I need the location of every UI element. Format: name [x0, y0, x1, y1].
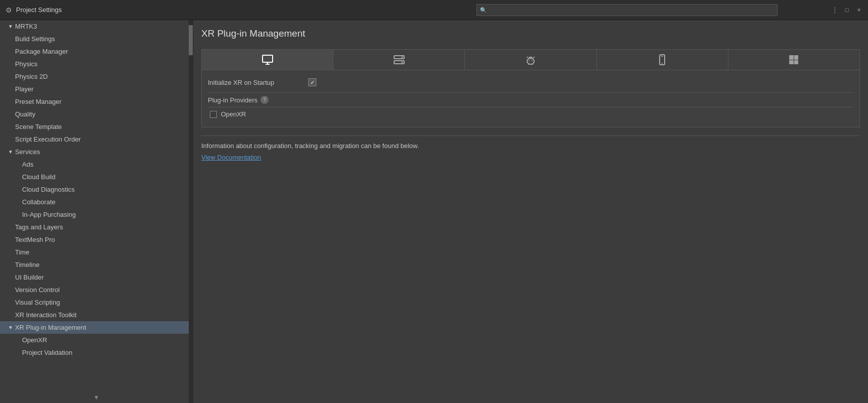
- arrow-icon: ▼: [8, 325, 13, 330]
- svg-rect-17: [794, 55, 798, 60]
- title-bar: ⚙ Project Settings 🔍 ⋮ □ ×: [0, 0, 868, 20]
- sidebar-item-label: Script Execution Order: [15, 136, 81, 143]
- settings-icon: ⚙: [4, 6, 13, 15]
- sidebar-item-xr-plugin-management[interactable]: ▼ XR Plug-in Management: [0, 321, 193, 334]
- sidebar-item-timeline[interactable]: Timeline: [0, 258, 193, 271]
- window-title: Project Settings: [16, 6, 62, 14]
- sidebar-item-label: Physics 2D: [15, 73, 48, 80]
- info-text: Information about configuration, trackin…: [201, 142, 860, 150]
- menu-button[interactable]: ⋮: [830, 5, 840, 15]
- sidebar-item-services[interactable]: ▼ Services: [0, 146, 193, 158]
- sidebar-item-xr-interaction-toolkit[interactable]: XR Interaction Toolkit: [0, 309, 193, 321]
- sidebar-item-label: Scene Template: [15, 123, 62, 130]
- sidebar-item-label: Collaborate: [22, 198, 56, 206]
- sidebar-item-project-validation[interactable]: Project Validation: [0, 346, 193, 359]
- plug-in-providers-label: Plug-in Providers: [208, 96, 258, 104]
- search-input[interactable]: [489, 7, 774, 14]
- main-layout: ▼ MRTK3 Build Settings Package Manager P…: [0, 20, 868, 403]
- sidebar-item-label: XR Interaction Toolkit: [15, 311, 77, 319]
- sidebar-item-label: Quality: [15, 110, 35, 118]
- sidebar-item-tags-and-layers[interactable]: Tags and Layers: [0, 221, 193, 233]
- sidebar-item-label: Project Validation: [22, 349, 72, 356]
- sidebar-item-label: Physics: [15, 60, 38, 68]
- windows-icon: [788, 54, 799, 65]
- sidebar-item-label: In-App Purchasing: [22, 211, 76, 218]
- sidebar-item-label: OpenXR: [22, 336, 47, 344]
- view-documentation-link[interactable]: View Documentation: [201, 154, 261, 161]
- openxr-row: OpenXR: [208, 107, 853, 121]
- arrow-icon: ▼: [8, 149, 13, 155]
- sidebar-item-mrtk3[interactable]: ▼ MRTK3: [0, 20, 193, 33]
- sidebar-item-physics-2d[interactable]: Physics 2D: [0, 70, 193, 83]
- tab-android[interactable]: [465, 50, 596, 70]
- sidebar-item-cloud-diagnostics[interactable]: Cloud Diagnostics: [0, 183, 193, 196]
- arrow-icon: ▼: [8, 24, 13, 29]
- info-section: Information about configuration, trackin…: [201, 136, 860, 167]
- sidebar-item-openxr[interactable]: OpenXR: [0, 334, 193, 346]
- sidebar-item-build-settings[interactable]: Build Settings: [0, 33, 193, 45]
- svg-point-10: [529, 60, 530, 61]
- close-button[interactable]: ×: [854, 5, 864, 15]
- sidebar-item-ui-builder[interactable]: UI Builder: [0, 271, 193, 284]
- initialize-xr-label: Initialize XR on Startup: [208, 79, 308, 86]
- sidebar-item-label: Player: [15, 85, 34, 93]
- sidebar-item-label: Ads: [22, 161, 33, 168]
- search-bar[interactable]: 🔍: [476, 4, 778, 16]
- sidebar-item-scene-template[interactable]: Scene Template: [0, 120, 193, 133]
- sidebar-item-label: Build Settings: [15, 35, 55, 43]
- scroll-down-arrow[interactable]: ▼: [93, 394, 99, 401]
- sidebar-item-label: Cloud Build: [22, 173, 56, 181]
- ios-icon: [656, 54, 668, 66]
- sidebar-item-package-manager[interactable]: Package Manager: [0, 45, 193, 58]
- sidebar-scrollbar-thumb[interactable]: [189, 25, 193, 55]
- sidebar-item-label: Services: [15, 148, 40, 156]
- tab-ios[interactable]: [597, 50, 728, 70]
- svg-point-7: [527, 58, 534, 64]
- maximize-button[interactable]: □: [842, 5, 852, 15]
- sidebar-item-version-control[interactable]: Version Control: [0, 284, 193, 296]
- svg-rect-19: [794, 60, 798, 64]
- server-icon: [393, 54, 405, 66]
- sidebar-item-label: XR Plug-in Management: [15, 324, 86, 331]
- search-icon: 🔍: [480, 7, 487, 14]
- openxr-label: OpenXR: [221, 110, 246, 118]
- sidebar-item-textmesh-pro[interactable]: TextMesh Pro: [0, 233, 193, 246]
- sidebar-item-preset-manager[interactable]: Preset Manager: [0, 95, 193, 108]
- help-icon-text: ?: [263, 97, 266, 103]
- sidebar-item-physics[interactable]: Physics: [0, 58, 193, 70]
- sidebar-item-label: Cloud Diagnostics: [22, 186, 75, 193]
- sidebar-item-label: UI Builder: [15, 274, 44, 281]
- initialize-xr-checkbox[interactable]: [308, 78, 316, 86]
- sidebar-item-time[interactable]: Time: [0, 246, 193, 258]
- sidebar-item-visual-scripting[interactable]: Visual Scripting: [0, 296, 193, 309]
- svg-rect-0: [263, 55, 273, 62]
- page-title: XR Plug-in Management: [201, 28, 860, 39]
- sidebar-item-quality[interactable]: Quality: [0, 108, 193, 120]
- sidebar-item-ads[interactable]: Ads: [0, 158, 193, 171]
- tab-windows[interactable]: [728, 50, 859, 70]
- svg-rect-16: [789, 55, 794, 60]
- svg-point-5: [401, 57, 403, 58]
- sidebar-item-player[interactable]: Player: [0, 83, 193, 95]
- sidebar-item-in-app-purchasing[interactable]: In-App Purchasing: [0, 208, 193, 221]
- sidebar-scrollbar[interactable]: [189, 20, 193, 403]
- sidebar-item-label: Package Manager: [15, 48, 68, 55]
- openxr-checkbox[interactable]: [210, 111, 217, 118]
- svg-rect-18: [789, 60, 794, 64]
- tab-desktop[interactable]: [202, 50, 333, 70]
- help-icon[interactable]: ?: [261, 96, 269, 104]
- sidebar-item-cloud-build[interactable]: Cloud Build: [0, 171, 193, 183]
- sidebar-item-label: Timeline: [15, 261, 40, 268]
- plug-in-providers-row: Plug-in Providers ?: [208, 92, 853, 107]
- sidebar-item-label: Tags and Layers: [15, 223, 63, 231]
- sidebar-item-label: TextMesh Pro: [15, 236, 55, 243]
- window-controls: ⋮ □ ×: [830, 5, 864, 15]
- sidebar-item-label: Preset Manager: [15, 98, 62, 105]
- sidebar-item-label: MRTK3: [15, 23, 37, 30]
- desktop-icon: [262, 54, 274, 66]
- tab-dedicated-server[interactable]: [333, 50, 465, 70]
- platform-tabs: [201, 49, 860, 70]
- svg-point-6: [401, 62, 403, 63]
- sidebar-item-collaborate[interactable]: Collaborate: [0, 196, 193, 208]
- sidebar-item-script-execution-order[interactable]: Script Execution Order: [0, 133, 193, 146]
